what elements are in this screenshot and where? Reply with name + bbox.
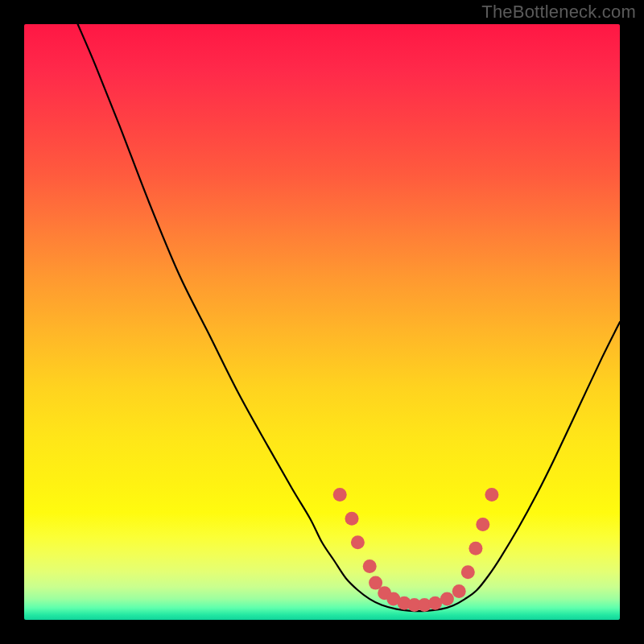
curve-marker <box>476 518 489 531</box>
attribution-label: TheBottleneck.com <box>481 2 636 23</box>
curve-marker <box>333 488 347 502</box>
chart-frame: TheBottleneck.com <box>0 0 644 644</box>
curve-marker <box>428 597 442 610</box>
curve-marker <box>345 512 359 526</box>
curve-marker <box>452 584 466 598</box>
curve-marker <box>440 592 454 606</box>
curve-marker <box>351 535 365 549</box>
curve-svg <box>24 24 620 620</box>
curve-marker <box>469 542 482 555</box>
plot-area <box>24 24 620 620</box>
curve-marker <box>461 565 475 579</box>
curve-marker <box>485 488 498 502</box>
curve-marker <box>363 559 377 573</box>
